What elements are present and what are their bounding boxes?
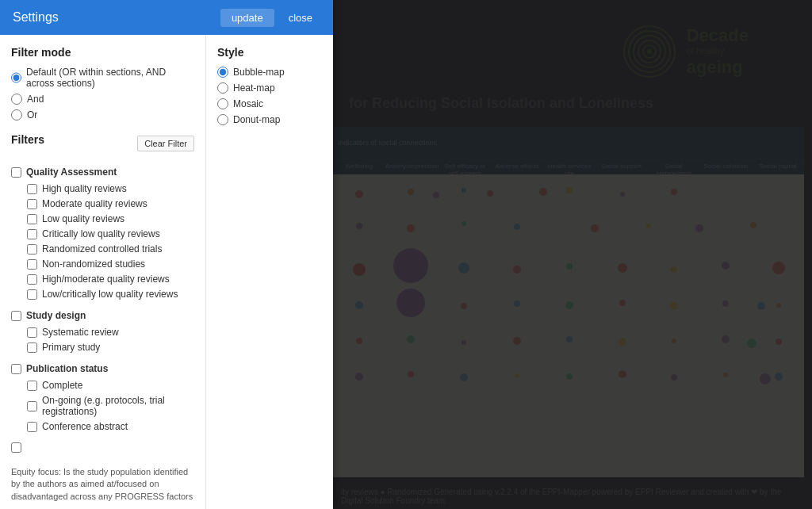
systematic-review-item[interactable]: Systematic review [27,326,194,339]
systematic-review-label: Systematic review [42,327,119,338]
settings-panel: Settings update close Filter mode Defaul… [0,0,333,509]
study-design-checkbox[interactable] [11,311,21,321]
header-buttons: update close [220,9,320,27]
critically-low-quality-checkbox[interactable] [27,229,37,239]
conference-abstract-label: Conference abstract [42,421,128,432]
primary-study-label: Primary study [42,342,100,353]
primary-study-item[interactable]: Primary study [27,341,194,354]
filter-mode-and-label: And [27,94,44,105]
critically-low-quality-item[interactable]: Critically low quality reviews [27,228,194,240]
style-mosaic-radio[interactable] [217,98,228,109]
equity-group [11,442,194,455]
equity-text: Equity focus: Is the study population id… [11,466,194,503]
complete-checkbox[interactable] [27,381,37,391]
non-randomized-item[interactable]: Non-randomized studies [27,258,194,270]
high-quality-label: High quality reviews [42,183,127,194]
quality-assessment-header: Quality Assessment [11,166,194,178]
moderate-quality-label: Moderate quality reviews [42,198,147,209]
low-critically-checkbox[interactable] [27,289,37,300]
filters-title: Filters [11,133,44,146]
low-critically-item[interactable]: Low/critically low quality reviews [27,288,194,300]
style-mosaic[interactable]: Mosaic [217,98,322,109]
filter-mode-title: Filter mode [11,46,194,59]
moderate-quality-checkbox[interactable] [27,199,37,209]
study-design-label: Study design [26,310,86,321]
filters-section: Filters Clear Filter Quality Assessment … [11,133,194,509]
high-quality-checkbox[interactable] [27,184,37,194]
filter-mode-and[interactable]: And [11,94,194,105]
ongoing-checkbox[interactable] [27,401,37,411]
quality-assessment-label: Quality Assessment [26,166,117,178]
rct-checkbox[interactable] [27,244,37,254]
ongoing-label: On-going (e.g. protocols, trial registra… [42,395,194,417]
filter-mode-or-label: Or [27,109,37,121]
right-column: Style Bubble-map Heat-map Mosaic Donut-m… [206,35,333,509]
conference-abstract-checkbox[interactable] [27,422,37,432]
style-bubble-map-radio[interactable] [217,67,228,78]
rct-item[interactable]: Randomized controlled trials [27,243,194,255]
high-moderate-item[interactable]: High/moderate quality reviews [27,273,194,285]
filter-mode-or-radio[interactable] [11,109,22,121]
quality-sub-items: High quality reviews Moderate quality re… [11,182,194,300]
close-button[interactable]: close [281,9,320,27]
update-button[interactable]: update [220,9,274,27]
style-group: Bubble-map Heat-map Mosaic Donut-map [217,67,322,125]
high-moderate-label: High/moderate quality reviews [42,274,170,285]
filter-mode-default[interactable]: Default (OR within sections, AND across … [11,67,194,89]
style-donut-map-radio[interactable] [217,114,228,125]
settings-body: Filter mode Default (OR within sections,… [0,35,333,509]
moderate-quality-item[interactable]: Moderate quality reviews [27,197,194,210]
non-randomized-label: Non-randomized studies [42,258,145,270]
filter-mode-group: Default (OR within sections, AND across … [11,67,194,121]
low-quality-item[interactable]: Low quality reviews [27,212,194,225]
low-quality-label: Low quality reviews [42,213,124,224]
style-heat-map-label: Heat-map [233,82,275,94]
primary-study-checkbox[interactable] [27,343,37,353]
filter-mode-default-label: Default (OR within sections, AND across … [26,67,194,89]
style-mosaic-label: Mosaic [233,98,263,109]
filter-mode-or[interactable]: Or [11,109,194,121]
filter-mode-and-radio[interactable] [11,94,22,105]
style-heat-map[interactable]: Heat-map [217,82,322,94]
low-critically-label: Low/critically low quality reviews [42,289,178,300]
style-donut-map[interactable]: Donut-map [217,114,322,125]
style-bubble-map[interactable]: Bubble-map [217,67,322,78]
equity-checkbox[interactable] [11,442,21,453]
non-randomized-checkbox[interactable] [27,259,37,270]
quality-group: Quality Assessment High quality reviews … [11,160,194,509]
left-column: Filter mode Default (OR within sections,… [0,35,206,509]
complete-label: Complete [42,380,82,391]
style-bubble-map-label: Bubble-map [233,67,285,78]
study-design-sub-items: Systematic review Primary study [11,326,194,354]
style-heat-map-radio[interactable] [217,82,228,94]
rct-label: Randomized controlled trials [42,243,162,254]
publication-status-label: Publication status [26,363,108,374]
critically-low-quality-label: Critically low quality reviews [42,228,160,239]
study-design-header: Study design [11,310,194,321]
high-quality-item[interactable]: High quality reviews [27,182,194,195]
filter-mode-default-radio[interactable] [11,72,21,83]
filters-header: Filters Clear Filter [11,133,194,154]
style-title: Style [217,46,322,59]
high-moderate-checkbox[interactable] [27,274,37,285]
style-donut-map-label: Donut-map [233,114,280,125]
complete-item[interactable]: Complete [27,379,194,392]
low-quality-checkbox[interactable] [27,214,37,224]
settings-title: Settings [13,10,59,25]
quality-assessment-checkbox[interactable] [11,167,21,178]
conference-abstract-item[interactable]: Conference abstract [27,420,194,433]
publication-sub-items: Complete On-going (e.g. protocols, trial… [11,379,194,433]
ongoing-item[interactable]: On-going (e.g. protocols, trial registra… [27,394,194,418]
systematic-review-checkbox[interactable] [27,327,37,338]
settings-header: Settings update close [0,0,333,35]
publication-status-checkbox[interactable] [11,364,21,374]
publication-status-header: Publication status [11,363,194,374]
clear-filter-button[interactable]: Clear Filter [137,136,194,151]
